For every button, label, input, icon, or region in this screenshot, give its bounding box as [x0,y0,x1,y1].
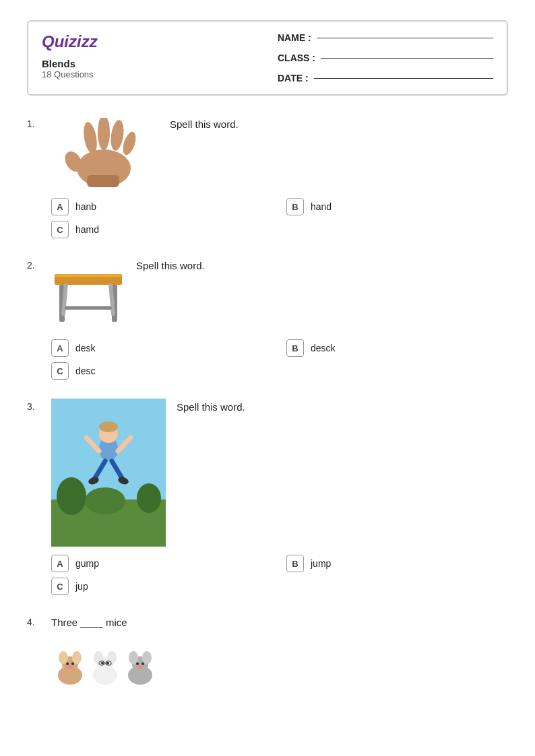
svg-point-18 [85,487,125,514]
badge-2-a: A [51,339,69,357]
badge-3-b: B [286,555,304,572]
quiz-questions: 18 Questions [42,69,98,79]
badge-2-c: C [51,362,69,380]
svg-point-16 [57,477,86,515]
answer-1-b: B hand [286,198,508,215]
question-3: 3. [27,399,508,595]
badge-3-c: C [51,578,69,595]
answer-2-c: C desc [51,362,273,380]
logo-section: Quizizz Blends 18 Questions [42,32,98,79]
question-4: 4. Three ____ mice [27,614,508,690]
answer-3-a-text: gump [75,558,99,569]
answer-1-b-text: hand [311,201,332,212]
answer-1-c: C hamd [51,221,273,238]
header-box: Quizizz Blends 18 Questions NAME : CLASS… [27,20,508,96]
svg-point-46 [129,651,138,664]
answer-2-c-text: desc [75,366,96,376]
question-1-header: 1. [27,116,508,190]
question-3-header: 3. [27,399,508,547]
question-4-image-area [27,636,508,690]
svg-point-32 [66,662,69,665]
mice-icon [51,636,159,690]
question-3-image [51,399,166,547]
answer-2-a: A desk [51,339,273,357]
svg-point-33 [71,662,74,665]
answer-2-a-text: desk [75,343,96,353]
class-line [321,58,493,59]
hand-icon [53,118,158,188]
answer-3-c-text: jup [75,581,88,592]
quiz-title: Blends [42,58,98,69]
question-3-text: Spell this word. [177,399,245,413]
svg-rect-6 [87,175,119,187]
answer-1-a: A hanb [51,198,273,215]
answer-3-b-text: jump [311,558,331,569]
svg-point-2 [81,121,98,154]
svg-point-4 [108,118,125,151]
quizizz-logo: Quizizz [42,32,98,51]
question-1-number: 1. [27,116,40,129]
name-label: NAME : [278,32,311,43]
svg-point-17 [137,483,161,513]
name-line [317,38,493,38]
svg-rect-8 [55,274,122,277]
question-1-answers: A hanb B hand C hamd [27,198,508,238]
answer-1-a-text: hanb [75,201,96,212]
svg-point-31 [72,651,82,664]
badge-1-c: C [51,221,69,238]
svg-point-30 [59,651,68,664]
svg-point-39 [101,662,104,664]
jump-icon [51,399,166,547]
date-label: DATE : [278,73,309,83]
svg-point-48 [136,662,139,665]
svg-point-40 [106,662,109,664]
question-1-text: Spell this word. [170,116,239,130]
question-2-header: 2. Spell t [27,257,508,331]
question-4-text: Three ____ mice [51,614,127,628]
info-section: NAME : CLASS : DATE : [278,32,493,83]
question-2-image [51,257,125,331]
question-2: 2. Spell t [27,257,508,380]
date-line [314,78,493,79]
question-4-image [51,636,159,690]
class-row: CLASS : [278,53,493,63]
question-2-answers: A desk B desck C desc [27,339,508,380]
answer-3-a: A gump [51,555,273,572]
badge-1-a: A [51,198,69,215]
answer-2-b: B desck [286,339,508,357]
question-4-header: 4. Three ____ mice [27,614,508,628]
question-1-image [51,116,159,190]
answer-1-c-text: hamd [75,224,99,235]
answer-3-b: B jump [286,555,508,572]
svg-point-50 [137,665,143,669]
badge-3-a: A [51,555,69,572]
svg-point-47 [142,651,152,664]
question-2-number: 2. [27,257,40,271]
svg-point-21 [99,421,118,432]
badge-2-b: B [286,339,304,357]
page-wrapper: Quizizz Blends 18 Questions NAME : CLASS… [0,0,535,729]
question-3-number: 3. [27,399,40,412]
badge-1-b: B [286,198,304,215]
name-row: NAME : [278,32,493,43]
answer-2-b-text: desck [311,343,336,353]
question-2-text: Spell this word. [136,257,205,271]
svg-rect-13 [65,306,112,310]
date-row: DATE : [278,73,493,83]
svg-point-34 [67,665,73,669]
answer-3-c: C jup [51,578,273,595]
question-4-number: 4. [27,614,40,627]
question-1: 1. [27,116,508,238]
desk-icon [51,261,125,328]
svg-point-3 [98,118,110,150]
svg-point-49 [141,662,144,665]
question-3-answers: A gump B jump C jup [27,555,508,595]
class-label: CLASS : [278,53,315,63]
